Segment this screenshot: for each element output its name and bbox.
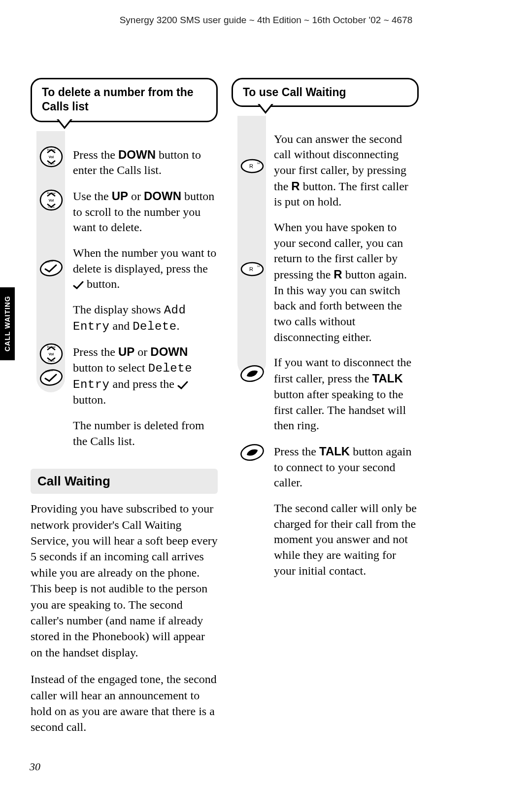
right-p2: When you have spoken to your second call… <box>274 220 419 345</box>
r-button-icon <box>239 261 265 277</box>
check-icon <box>177 381 188 389</box>
vol-button-icon <box>38 342 64 366</box>
call-waiting-para-2: Instead of the engaged tone, the second … <box>31 671 218 735</box>
talk-button-icon <box>239 365 265 382</box>
talk-button-icon <box>239 444 265 461</box>
section-heading-call-waiting: Call Waiting <box>31 469 218 494</box>
step-4: The display shows Add Entry and Delete. <box>73 302 218 334</box>
vol-button-icon <box>38 188 64 212</box>
thumb-tab-call-waiting: CALL WAITING <box>0 287 15 360</box>
right-p5: The second caller will only be charged f… <box>274 501 419 579</box>
step-3: When the number you want to delete is di… <box>73 245 218 292</box>
callout-use-call-waiting: To use Call Waiting <box>232 78 419 107</box>
callout-delete-number: To delete a number from the Calls list <box>31 78 218 122</box>
r-button-icon <box>239 158 265 174</box>
call-waiting-para-1: Providing you have subscribed to your ne… <box>31 501 218 660</box>
menu-check-button-icon <box>38 258 64 278</box>
step-2: Use the UP or DOWN button to scroll to t… <box>73 188 218 236</box>
step-5: Press the UP or DOWN button to select De… <box>73 344 218 408</box>
vol-button-icon <box>38 145 64 169</box>
step-6: The number is deleted from the Calls lis… <box>73 418 218 449</box>
callout-title: To delete a number from the Calls list <box>42 86 194 113</box>
right-p1: You can answer the second call without d… <box>274 132 419 210</box>
page-number: 30 <box>30 760 40 773</box>
right-p3: If you want to disconnect the first call… <box>274 355 419 433</box>
callout-title: To use Call Waiting <box>243 86 346 99</box>
check-icon <box>73 281 84 289</box>
running-header: Synergy 3200 SMS user guide ~ 4th Editio… <box>0 15 532 26</box>
right-p4: Press the TALK button again to connect t… <box>274 444 419 491</box>
step-1: Press the DOWN button to enter the Calls… <box>73 147 218 178</box>
menu-check-button-icon <box>38 368 64 387</box>
